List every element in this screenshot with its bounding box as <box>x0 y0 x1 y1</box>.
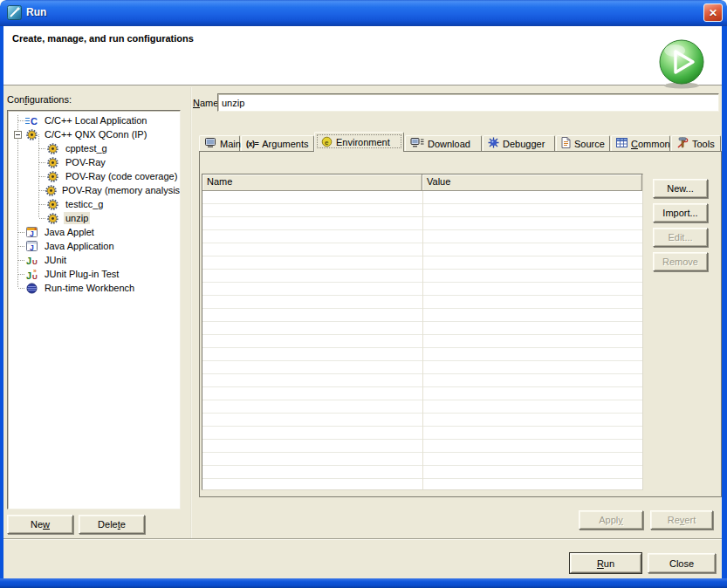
run-button[interactable]: Run <box>570 553 641 573</box>
tree-item-junit[interactable]: JU JUnit <box>8 253 180 267</box>
tree-item-java-applet[interactable]: J Java Applet <box>8 225 180 239</box>
launch-config-gear-icon <box>45 213 60 224</box>
env-new-button[interactable]: New... <box>653 179 708 198</box>
environment-variables-table: Name Value <box>202 174 643 490</box>
tab-environment[interactable]: e Environment <box>314 132 404 152</box>
window-title: Run <box>26 6 46 18</box>
apply-button: Apply <box>579 510 643 530</box>
tab-arguments[interactable]: (x)= Arguments <box>241 135 314 151</box>
tree-expander-minus-icon[interactable] <box>14 131 22 139</box>
configurations-label: Configurations: <box>7 94 72 105</box>
svg-text:J: J <box>30 243 34 252</box>
env-edit-button: Edit... <box>653 228 708 247</box>
tree-item-pov-ray[interactable]: POV-Ray <box>8 155 180 169</box>
junit-icon: JU <box>24 255 39 265</box>
launch-config-gear-icon <box>45 199 60 210</box>
revert-button: Revert <box>650 510 713 530</box>
junit-plugin-icon: »JU <box>24 269 39 280</box>
cpp-local-application-icon: C <box>24 115 39 126</box>
tab-main[interactable]: Main <box>199 135 240 151</box>
table-column-separator <box>422 191 423 489</box>
env-import-button[interactable]: Import... <box>653 203 708 222</box>
launch-config-gear-icon <box>45 171 60 182</box>
workbench-icon <box>24 283 39 294</box>
run-wizard-icon <box>7 5 22 20</box>
title-bar[interactable]: Run ✕ <box>0 0 727 26</box>
svg-text:J: J <box>30 229 34 238</box>
configurations-tree: C C/C++ Local Application C/C++ QNX QCon… <box>7 110 181 509</box>
svg-text:J: J <box>26 270 31 280</box>
column-header-value[interactable]: Value <box>422 174 642 190</box>
window-border-left <box>0 26 3 588</box>
svg-text:U: U <box>32 258 38 265</box>
svg-text:U: U <box>32 273 38 280</box>
launch-config-gear-icon <box>24 129 39 140</box>
dialog-header: Create, manage, and run configurations <box>3 26 722 85</box>
launch-config-gear-icon <box>45 157 60 168</box>
dialog-description: Create, manage, and run configurations <box>12 33 194 44</box>
close-icon[interactable]: ✕ <box>703 3 723 22</box>
run-dialog: Run ✕ Create, manage, and run configurat… <box>0 0 727 588</box>
tree-item-cpptest_g[interactable]: cpptest_g <box>8 141 180 155</box>
tab-common[interactable]: Common <box>611 135 670 151</box>
tree-item-pov-ray-memory-analysis[interactable]: POV-Ray (memory analysis) <box>8 183 180 197</box>
tree-item-cpp-qnx-qconn[interactable]: C/C++ QNX QConn (IP) <box>8 127 180 141</box>
tree-item-java-application[interactable]: J Java Application <box>8 239 180 253</box>
tab-tools[interactable]: Tools <box>671 135 721 151</box>
launch-config-gear-icon <box>45 185 57 196</box>
launch-config-gear-icon <box>45 143 60 154</box>
tools-tab-icon <box>676 137 689 150</box>
arguments-tab-icon: (x)= <box>246 140 258 148</box>
tree-item-unzip[interactable]: unzip <box>8 211 180 225</box>
window-border-bottom <box>0 578 727 588</box>
environment-tab-icon: e <box>321 136 333 149</box>
run-launch-icon <box>656 38 707 91</box>
tree-item-pov-ray-code-coverage[interactable]: POV-Ray (code coverage) <box>8 169 180 183</box>
tree-item-testicc_g[interactable]: testicc_g <box>8 197 180 211</box>
name-input[interactable] <box>217 93 719 112</box>
java-application-icon: J <box>24 241 39 251</box>
close-button[interactable]: Close <box>648 553 716 573</box>
tree-item-run-time-workbench[interactable]: Run-time Workbench <box>8 281 180 295</box>
delete-configuration-button[interactable]: Delete <box>79 515 145 534</box>
tab-source[interactable]: Source <box>556 135 610 151</box>
env-remove-button: Remove <box>653 252 708 271</box>
environment-tab-panel: Name Value New... Import... Edit... Remo… <box>199 151 722 497</box>
window-border-right <box>722 26 727 588</box>
download-tab-icon <box>410 138 424 150</box>
svg-text:J: J <box>26 256 31 265</box>
tab-download[interactable]: Download <box>405 135 482 151</box>
tree-item-cpp-local-application[interactable]: C C/C++ Local Application <box>8 113 180 127</box>
tree-item-junit-plug-in-test[interactable]: »JU JUnit Plug-in Test <box>8 267 180 281</box>
debugger-tab-icon <box>488 137 499 150</box>
panel-sash[interactable] <box>190 87 192 538</box>
table-header: Name Value <box>202 174 642 191</box>
java-applet-icon: J <box>24 227 39 237</box>
tab-debugger[interactable]: Debugger <box>483 135 555 151</box>
selected-tree-item-label: unzip <box>64 212 90 224</box>
svg-text:C: C <box>31 116 38 126</box>
svg-text:e: e <box>325 138 329 146</box>
footer-separator <box>3 538 722 540</box>
common-tab-icon <box>616 138 628 149</box>
main-tab-icon <box>204 138 216 150</box>
column-header-name[interactable]: Name <box>202 174 422 190</box>
source-tab-icon <box>561 137 571 150</box>
new-configuration-button[interactable]: New <box>7 515 73 534</box>
